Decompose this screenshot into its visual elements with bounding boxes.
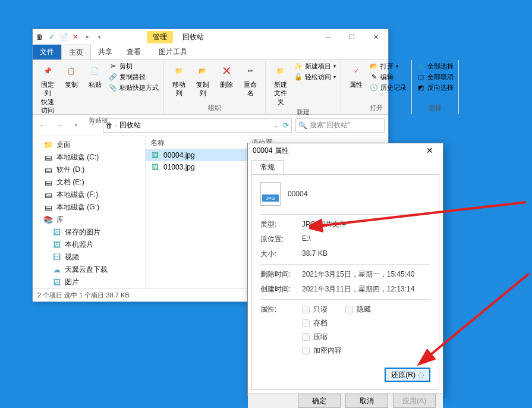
- nav-videos[interactable]: 🎞视频: [33, 251, 145, 263]
- dialog-body: JPG 00004 类型:JPG 图片文件 原位置:E:\ 大小:38.7 KB…: [251, 174, 439, 390]
- type-value: JPG 图片文件: [302, 219, 430, 230]
- properties-button[interactable]: ✓属性: [345, 61, 367, 90]
- copy-to-icon: 📂: [194, 62, 211, 79]
- qat-save-icon[interactable]: ✓: [47, 32, 56, 42]
- cut-button[interactable]: ✂剪切: [108, 61, 160, 71]
- new-folder-button[interactable]: 📁新建 文件夹: [269, 61, 292, 107]
- pictures-icon: 🖼: [52, 228, 61, 237]
- search-icon: 🔍: [298, 121, 307, 130]
- nav-local-f[interactable]: 🖴本地磁盘 (F:): [33, 189, 145, 201]
- encrypted-checkbox[interactable]: 加密内容: [302, 346, 430, 356]
- deleted-value: 2021年3月15日，星期一，15:45:40: [302, 269, 430, 280]
- close-button[interactable]: ✕: [366, 30, 386, 44]
- open-icon: 📂: [370, 62, 378, 71]
- nav-soft-d[interactable]: 🖴软件 (D:): [33, 164, 145, 176]
- nav-camera-roll[interactable]: 🖼本机照片: [33, 238, 145, 251]
- restore-button[interactable]: 还原(R)◌: [385, 368, 430, 382]
- nav-doc-e[interactable]: 🖴文档 (E:): [33, 176, 145, 189]
- tab-general[interactable]: 常规: [251, 160, 284, 174]
- nav-back-button[interactable]: ←: [36, 119, 49, 132]
- readonly-checkbox[interactable]: 只读: [302, 305, 328, 315]
- cancel-button[interactable]: 取消: [345, 394, 388, 408]
- video-icon: 🎞: [52, 253, 61, 262]
- tab-home[interactable]: 主页: [61, 45, 91, 59]
- recycle-bin-icon: 🗑: [35, 32, 45, 42]
- edit-button[interactable]: ✎编辑: [369, 72, 408, 82]
- nav-forward-button[interactable]: →: [53, 119, 66, 132]
- copy-to-button[interactable]: 📂复制到: [191, 61, 214, 99]
- cut-icon: ✂: [109, 62, 117, 71]
- ribbon: 📌固定到 快速访问 📋复制 📄粘贴 ✂剪切 🔗复制路径 📎粘贴快捷方式 剪贴板 …: [33, 60, 388, 115]
- nav-sky-dl[interactable]: ☁天翼云盘下载: [33, 263, 145, 276]
- delete-button[interactable]: ✕删除: [215, 61, 238, 90]
- new-group-label: 新建: [269, 107, 337, 117]
- cloud-icon: ☁: [52, 265, 61, 275]
- paste-button[interactable]: 📄粘贴: [84, 61, 106, 90]
- address-box[interactable]: 🗑 › 回收站 ⌄ ⟳: [103, 118, 292, 133]
- manage-tab[interactable]: 管理: [147, 31, 173, 43]
- qat-props-icon[interactable]: 📄: [59, 32, 68, 42]
- qat-undo-icon[interactable]: ✕: [71, 32, 80, 42]
- size-value: 38.7 KB: [302, 249, 430, 259]
- col-name[interactable]: 名称: [146, 136, 247, 149]
- pictures-icon: 🖼: [52, 240, 61, 250]
- qat-new-icon[interactable]: ▫: [83, 32, 92, 42]
- nav-pane[interactable]: 📁桌面 🖴本地磁盘 (C:) 🖴软件 (D:) 🖴文档 (E:) 🖴本地磁盘 (…: [33, 136, 146, 288]
- organize-group-label: 组织: [168, 103, 262, 113]
- image-file-icon: 🖼: [150, 150, 160, 160]
- history-button[interactable]: 🕓历史记录: [369, 83, 408, 93]
- dialog-close-button[interactable]: ✕: [421, 143, 438, 158]
- move-to-button[interactable]: 📁移动到: [168, 61, 190, 99]
- new-item-button[interactable]: ✨新建项目 ▾: [293, 61, 337, 71]
- refresh-icon[interactable]: ⟳: [283, 121, 289, 130]
- compressed-checkbox[interactable]: 压缩: [302, 332, 430, 342]
- apply-button[interactable]: 应用(A): [393, 394, 436, 408]
- titlebar: 🗑 ✓ 📄 ✕ ▫ ▾ 管理 回收站 ─ ☐ ✕: [33, 29, 388, 45]
- tab-view[interactable]: 查看: [119, 45, 148, 59]
- select-all-button[interactable]: ▦全部选择: [415, 61, 455, 71]
- nav-recent-button[interactable]: ▾: [70, 119, 83, 132]
- tab-share[interactable]: 共享: [91, 45, 119, 59]
- select-none-button[interactable]: ▢全部取消: [415, 72, 455, 82]
- pin-button[interactable]: 📌固定到 快速访问: [36, 61, 59, 115]
- nav-local-c[interactable]: 🖴本地磁盘 (C:): [33, 151, 145, 164]
- tab-picture-tools[interactable]: 图片工具: [152, 45, 194, 59]
- created-key: 创建时间:: [260, 284, 302, 294]
- nav-saved-pics[interactable]: 🖼保存的图片: [33, 226, 145, 238]
- nav-up-button[interactable]: ↑: [86, 119, 99, 132]
- desktop-icon: 📁: [43, 140, 53, 150]
- copy-path-button[interactable]: 🔗复制路径: [108, 72, 160, 82]
- copy-path-icon: 🔗: [109, 73, 117, 81]
- invert-selection-button[interactable]: ◩反向选择: [415, 83, 455, 93]
- pin-icon: 📌: [39, 62, 56, 79]
- nav-local-g[interactable]: 🖴本地磁盘 (G:): [33, 201, 145, 214]
- rename-button[interactable]: ✏重命名: [239, 61, 262, 99]
- ribbon-tabs: 文件 主页 共享 查看 图片工具: [33, 45, 388, 60]
- select-none-icon: ▢: [417, 73, 425, 81]
- chevron-down-icon[interactable]: ⌄: [273, 123, 278, 128]
- easy-access-button[interactable]: 🔓轻松访问 ▾: [293, 72, 337, 82]
- tab-file[interactable]: 文件: [33, 45, 61, 59]
- file-name: 01003.jpg: [163, 163, 251, 171]
- attr-key: 属性:: [260, 305, 302, 359]
- nav-libraries[interactable]: 📚库: [33, 214, 145, 226]
- hidden-checkbox[interactable]: 隐藏: [345, 305, 371, 315]
- filename-label: 00004: [288, 190, 307, 198]
- minimize-button[interactable]: ─: [318, 30, 338, 44]
- archive-checkbox[interactable]: 存档: [302, 318, 430, 328]
- status-text: 2 个项目 选中 1 个项目 38.7 KB: [37, 291, 130, 300]
- search-box[interactable]: 🔍 搜索"回收站": [295, 118, 385, 133]
- qat-dropdown-icon[interactable]: ▾: [95, 32, 104, 42]
- paste-shortcut-button[interactable]: 📎粘贴快捷方式: [108, 83, 160, 93]
- orig-key: 原位置:: [260, 234, 302, 244]
- new-folder-icon: 📁: [272, 62, 289, 79]
- nav-desktop[interactable]: 📁桌面: [33, 139, 145, 151]
- open-button[interactable]: 📂打开 ▾: [369, 61, 408, 71]
- orig-value: E:\: [302, 234, 430, 244]
- select-group-label: 选择: [415, 103, 455, 113]
- ok-button[interactable]: 确定: [298, 394, 341, 408]
- maximize-button[interactable]: ☐: [342, 30, 362, 44]
- nav-pictures[interactable]: 🖼图片: [33, 276, 145, 288]
- size-key: 大小:: [260, 249, 302, 259]
- copy-button[interactable]: 📋复制: [60, 61, 83, 90]
